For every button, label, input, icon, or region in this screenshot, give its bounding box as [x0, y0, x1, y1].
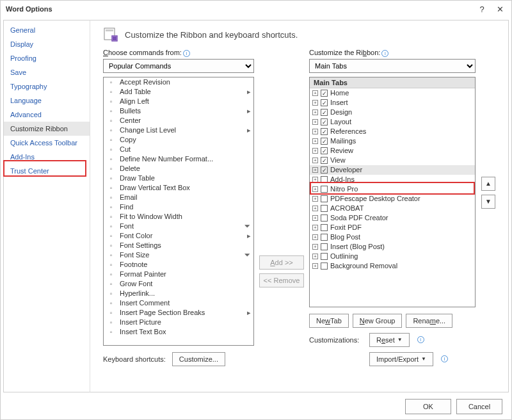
command-item[interactable]: ▫Format Painter	[104, 270, 253, 279]
commands-listbox[interactable]: ▫Accept Revision▫Add Table▸▫Align Left▫B…	[103, 77, 254, 346]
command-item[interactable]: ▫Bullets▸	[104, 106, 253, 116]
info-icon[interactable]: i	[381, 50, 388, 57]
command-item[interactable]: ▫Find	[104, 202, 253, 212]
checkbox[interactable]: ✓	[321, 99, 328, 106]
sidebar-item-advanced[interactable]: Advanced	[4, 108, 90, 122]
checkbox[interactable]	[321, 176, 328, 183]
new-group-button[interactable]: New Group	[353, 314, 403, 328]
move-down-button[interactable]: ▼	[481, 195, 495, 209]
expand-icon[interactable]: +	[312, 263, 318, 269]
command-item[interactable]: ▫Change List Level▸	[104, 125, 253, 135]
tab-item-developer[interactable]: +✓Developer	[310, 165, 475, 175]
expand-icon[interactable]: +	[312, 167, 318, 173]
expand-icon[interactable]: +	[312, 244, 318, 250]
expand-icon[interactable]: +	[312, 254, 318, 259]
checkbox[interactable]	[321, 195, 328, 202]
info-icon[interactable]: i	[417, 336, 424, 343]
checkbox[interactable]	[321, 224, 328, 231]
command-item[interactable]: ▫Font Settings	[104, 241, 253, 250]
tab-item-outlining[interactable]: +Outlining	[310, 252, 475, 261]
checkbox[interactable]: ✓	[321, 157, 328, 164]
tab-item-foxit-pdf[interactable]: +Foxit PDF	[310, 223, 475, 232]
expand-icon[interactable]: +	[312, 119, 318, 125]
command-item[interactable]: ▫Grow Font	[104, 279, 253, 289]
checkbox[interactable]	[321, 186, 328, 193]
command-item[interactable]: ▫Email	[104, 193, 253, 202]
command-item[interactable]: ▫Insert Page Section Breaks▸	[104, 308, 253, 318]
command-item[interactable]: ▫Font Size⏷	[104, 250, 253, 260]
sidebar-item-language[interactable]: Language	[4, 93, 90, 108]
expand-icon[interactable]: +	[312, 148, 318, 154]
expand-icon[interactable]: +	[312, 225, 318, 230]
customize-shortcuts-button[interactable]: Customize...	[172, 352, 225, 366]
command-item[interactable]: ▫Add Table▸	[104, 87, 253, 97]
customize-ribbon-combo[interactable]: Main Tabs	[309, 59, 476, 73]
checkbox[interactable]	[321, 243, 328, 250]
checkbox[interactable]	[321, 262, 328, 270]
tab-item-review[interactable]: +✓Review	[310, 146, 475, 156]
command-item[interactable]: ▫Fit to Window Width	[104, 212, 253, 222]
sidebar-item-trust-center[interactable]: Trust Center	[4, 164, 90, 178]
expand-icon[interactable]: +	[312, 177, 318, 182]
expand-icon[interactable]: +	[312, 129, 318, 134]
checkbox[interactable]: ✓	[321, 147, 328, 154]
expand-icon[interactable]: +	[312, 196, 318, 202]
sidebar-item-general[interactable]: General	[4, 23, 90, 37]
tab-item-home[interactable]: +✓Home	[310, 88, 475, 98]
tab-item-background-removal[interactable]: +Background Removal	[310, 261, 475, 271]
info-icon[interactable]: i	[183, 50, 190, 57]
command-item[interactable]: ▫Insert Comment	[104, 298, 253, 308]
expand-icon[interactable]: +	[312, 109, 318, 115]
command-item[interactable]: ▫Hyperlink...	[104, 289, 253, 298]
tab-item-add-ins[interactable]: +Add-Ins	[310, 175, 475, 184]
command-item[interactable]: ▫Font⏷	[104, 222, 253, 231]
tab-item-view[interactable]: +✓View	[310, 156, 475, 165]
tab-item-pdfescape-desktop-creator[interactable]: +PDFescape Desktop Creator	[310, 194, 475, 204]
sidebar-item-add-ins[interactable]: Add-Ins	[4, 150, 90, 164]
info-icon[interactable]: i	[441, 355, 448, 362]
command-item[interactable]: ▫Center	[104, 116, 253, 125]
close-icon[interactable]: ✕	[491, 4, 509, 14]
tab-item-insert-blog-post-[interactable]: +Insert (Blog Post)	[310, 242, 475, 252]
command-item[interactable]: ▫Draw Vertical Text Box	[104, 183, 253, 193]
command-item[interactable]: ▫Align Left	[104, 97, 253, 106]
add-button[interactable]: Add >>	[259, 255, 304, 270]
checkbox[interactable]: ✓	[321, 118, 328, 125]
tab-item-soda-pdf-creator[interactable]: +Soda PDF Creator	[310, 213, 475, 223]
sidebar-item-save[interactable]: Save	[4, 65, 90, 79]
import-export-button[interactable]: Import/Export▼	[369, 352, 433, 366]
expand-icon[interactable]: +	[312, 158, 318, 163]
expand-icon[interactable]: +	[312, 100, 318, 106]
command-item[interactable]: ▫Insert Picture	[104, 318, 253, 327]
command-item[interactable]: ▫Font Color▸	[104, 231, 253, 241]
checkbox[interactable]: ✓	[321, 109, 328, 116]
expand-icon[interactable]: +	[312, 206, 318, 211]
new-tab-button[interactable]: New Tab	[309, 314, 349, 328]
checkbox[interactable]	[321, 205, 328, 212]
tab-item-design[interactable]: +✓Design	[310, 108, 475, 117]
checkbox[interactable]: ✓	[321, 90, 328, 97]
reset-button[interactable]: Reset▼	[369, 333, 410, 347]
sidebar-item-typography[interactable]: Typography	[4, 79, 90, 93]
command-item[interactable]: ▫Insert Text Box	[104, 327, 253, 337]
sidebar-item-proofing[interactable]: Proofing	[4, 51, 90, 65]
remove-button[interactable]: << Remove	[259, 273, 304, 287]
sidebar-item-customize-ribbon[interactable]: Customize Ribbon	[4, 122, 90, 136]
move-up-button[interactable]: ▲	[481, 177, 495, 191]
checkbox[interactable]	[321, 214, 328, 222]
command-item[interactable]: ▫Copy	[104, 135, 253, 145]
command-item[interactable]: ▫Delete	[104, 164, 253, 174]
command-item[interactable]: ▫Footnote	[104, 260, 253, 270]
help-icon[interactable]: ?	[473, 4, 491, 14]
choose-commands-combo[interactable]: Popular Commands	[103, 59, 254, 73]
command-item[interactable]: ▫Define New Number Format...	[104, 154, 253, 164]
tab-item-mailings[interactable]: +✓Mailings	[310, 136, 475, 146]
expand-icon[interactable]: +	[312, 138, 318, 144]
command-item[interactable]: ▫Accept Revision	[104, 77, 253, 87]
expand-icon[interactable]: +	[312, 186, 318, 192]
sidebar-item-quick-access-toolbar[interactable]: Quick Access Toolbar	[4, 136, 90, 150]
expand-icon[interactable]: +	[312, 90, 318, 96]
checkbox[interactable]	[321, 253, 328, 260]
checkbox[interactable]: ✓	[321, 138, 328, 145]
tab-item-layout[interactable]: +✓Layout	[310, 117, 475, 127]
